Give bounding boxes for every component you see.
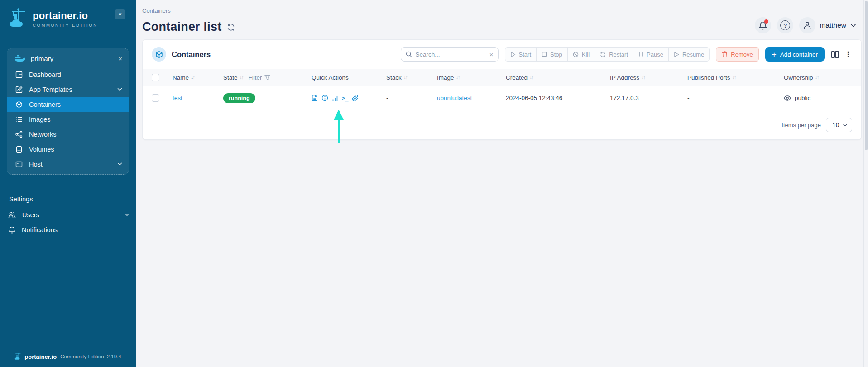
sidebar-item-users[interactable]: Users (0, 207, 136, 222)
quick-actions: >_ (312, 95, 386, 102)
panel-title: Containers (172, 50, 211, 59)
breadcrumb[interactable]: Containers (142, 7, 857, 14)
column-header-ip-address[interactable]: IP Address (610, 74, 687, 81)
logo-subtitle: COMMUNITY EDITION (33, 23, 98, 28)
refresh-icon[interactable] (227, 23, 235, 31)
column-header-published-ports[interactable]: Published Ports (687, 74, 784, 81)
help-button[interactable]: ? (777, 17, 793, 33)
remove-button[interactable]: Remove (716, 47, 758, 62)
pause-button[interactable]: Pause (633, 47, 669, 62)
inspect-icon[interactable] (321, 95, 328, 101)
table-footer: Items per page 10 (143, 110, 861, 139)
kill-button[interactable]: Kill (567, 47, 595, 62)
stack-cell: - (386, 95, 437, 101)
sort-icon (191, 74, 194, 81)
columns-icon[interactable] (830, 50, 839, 59)
container-name-link[interactable]: test (173, 95, 182, 101)
start-button[interactable]: Start (505, 47, 537, 62)
user-avatar-icon (799, 17, 815, 33)
vertical-scrollbar[interactable] (863, 0, 868, 367)
pause-icon (638, 52, 643, 57)
ownership-cell: public (784, 95, 861, 101)
environment-section: primary × Dashboard App Templates (7, 48, 129, 175)
select-all-checkbox[interactable] (152, 74, 159, 81)
sidebar-item-images[interactable]: Images (7, 112, 129, 127)
sort-icon (403, 74, 407, 81)
table-header: Name State Filter Quick Actions Stack (143, 69, 861, 86)
column-header-state[interactable]: State (223, 74, 243, 81)
username: matthew (820, 21, 846, 29)
plus-icon: + (772, 51, 777, 58)
column-header-ownership[interactable]: Ownership (784, 74, 861, 81)
footer-version: 2.19.4 (107, 354, 121, 359)
sidebar-item-networks[interactable]: Networks (7, 127, 129, 142)
trash-icon (722, 51, 728, 57)
sort-icon (732, 74, 736, 81)
notification-dot (764, 19, 768, 24)
column-header-created[interactable]: Created (506, 74, 610, 81)
close-icon[interactable]: × (118, 55, 122, 62)
console-icon[interactable]: >_ (342, 95, 348, 101)
column-header-stack[interactable]: Stack (386, 74, 437, 81)
sidebar-item-host[interactable]: Host (7, 157, 129, 172)
sidebar-item-notifications[interactable]: Notifications (0, 222, 136, 237)
settings-section-label: Settings (9, 195, 136, 203)
clear-search-icon[interactable]: × (489, 51, 494, 58)
host-icon (15, 161, 23, 168)
logs-icon[interactable] (312, 95, 318, 101)
play-icon (510, 52, 516, 57)
sidebar-item-dashboard[interactable]: Dashboard (7, 67, 129, 82)
resume-button[interactable]: Resume (668, 47, 710, 62)
state-filter[interactable]: Filter (249, 74, 270, 81)
portainer-footer-icon (14, 353, 22, 361)
sidebar-item-label: Host (29, 161, 43, 168)
page-title: Container list (142, 20, 221, 34)
add-container-button[interactable]: + Add container (765, 47, 825, 62)
sidebar-item-label: Dashboard (29, 71, 61, 78)
chevron-down-icon (125, 213, 129, 216)
stats-icon[interactable] (332, 95, 338, 101)
table-row: test running (143, 86, 861, 110)
containers-panel: Containers × Start (142, 39, 862, 140)
chevron-down-icon (117, 162, 122, 166)
column-header-image[interactable]: Image (437, 74, 506, 81)
column-header-name[interactable]: Name (173, 74, 223, 81)
sidebar-item-label: Networks (29, 131, 56, 138)
play-icon (674, 52, 679, 57)
ip-address-cell: 172.17.0.3 (610, 95, 687, 101)
scrollbar-thumb[interactable] (865, 1, 868, 150)
sort-icon (456, 74, 460, 81)
kebab-menu-icon[interactable]: ⋮ (844, 50, 852, 59)
settings-group: Users Notifications (0, 207, 136, 237)
sidebar-collapse-button[interactable]: « (115, 9, 125, 19)
image-link[interactable]: ubuntu:latest (437, 95, 472, 101)
search-input[interactable] (416, 51, 486, 58)
bell-icon (8, 226, 15, 234)
restart-button[interactable]: Restart (595, 47, 633, 62)
volumes-icon (15, 146, 23, 153)
attach-icon[interactable] (352, 95, 359, 102)
sidebar-item-label: Volumes (29, 146, 54, 153)
restart-icon (600, 52, 606, 57)
sidebar-item-containers[interactable]: Containers (7, 97, 129, 112)
footer-brand: portainer.io (24, 353, 57, 360)
items-per-page-select[interactable]: 10 (826, 118, 852, 132)
search-box: × (401, 47, 499, 62)
row-checkbox[interactable] (152, 94, 159, 102)
chevron-down-icon (117, 88, 122, 91)
sort-icon (529, 74, 533, 81)
user-menu[interactable]: matthew (799, 17, 856, 33)
stop-button[interactable]: Stop (536, 47, 568, 62)
eye-icon (784, 95, 791, 101)
sidebar-item-label: App Templates (29, 86, 72, 93)
sort-icon (240, 74, 243, 81)
created-cell: 2024-06-05 12:43:46 (506, 95, 610, 101)
environment-name: primary (31, 55, 53, 62)
environment-header[interactable]: primary × (7, 48, 129, 67)
container-actions-group: Start Stop Kill (505, 47, 710, 62)
sidebar-item-volumes[interactable]: Volumes (7, 142, 129, 157)
sidebar-item-app-templates[interactable]: App Templates (7, 82, 129, 97)
notifications-button[interactable] (755, 17, 771, 33)
sort-icon (641, 74, 645, 81)
page-header: Containers Container list ? (136, 0, 868, 34)
